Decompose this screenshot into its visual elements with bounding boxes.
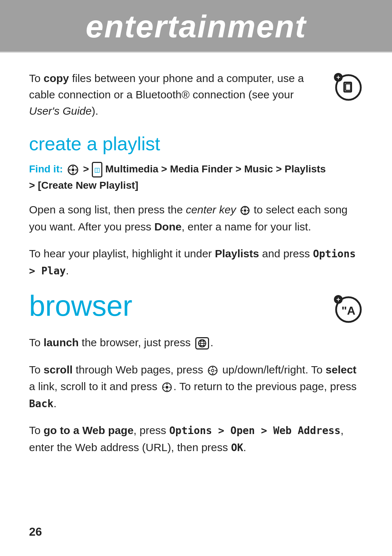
browser-launch-text: To launch the browser, just press . — [29, 334, 363, 351]
playlists-label: Playlists — [215, 248, 259, 259]
svg-text:+: + — [336, 296, 340, 303]
svg-text:"A: "A — [342, 304, 355, 317]
back-label: Back — [29, 398, 53, 410]
multimedia-icon: ◫ — [92, 162, 102, 177]
browser-section: browser "A + To launch the browser, just… — [29, 289, 363, 456]
browser-title: browser — [29, 289, 132, 323]
nav-path: Multimedia > Media Finder > Music > Play… — [105, 163, 326, 175]
scroll-nav-icon — [207, 365, 218, 376]
done-label: Done — [154, 221, 181, 233]
copy-italic: User's Guide — [29, 105, 91, 117]
page-title: entertainment — [86, 8, 306, 44]
goto-bold: go to a Web page — [44, 424, 134, 436]
copy-text: To copy files between your phone and a c… — [29, 70, 327, 119]
create-playlist-body1: Open a song list, then press the center … — [29, 201, 363, 235]
svg-point-33 — [166, 386, 168, 389]
scroll-bold: scroll — [44, 364, 73, 376]
options-open-label: Options > Open > Web Address — [169, 425, 340, 437]
create-playlist-title: create a playlist — [29, 133, 363, 155]
center-key-inline-icon — [240, 205, 250, 216]
browser-goto-text: To go to a Web page, press Options > Ope… — [29, 422, 363, 456]
find-it-label: Find it: — [29, 163, 66, 175]
find-it-line: Find it: > ◫ Multimedia > Media — [29, 161, 363, 177]
select-bold: select — [326, 364, 356, 376]
create-new-line: > [Create New Playlist] — [29, 180, 363, 191]
browser-icon-svg: "A + — [331, 292, 363, 324]
main-content: To copy files between your phone and a c… — [0, 53, 392, 488]
center-key-italic: center key — [186, 204, 236, 216]
page-number: 26 — [29, 525, 42, 539]
page-header: entertainment — [0, 0, 392, 52]
copy-feature-icon: + — [331, 70, 363, 102]
browser-scroll-text: To scroll through Web pages, press up/do… — [29, 361, 363, 412]
find-it-block: Find it: > ◫ Multimedia > Media — [29, 161, 363, 191]
svg-point-12 — [244, 209, 246, 212]
copy-section: To copy files between your phone and a c… — [29, 70, 363, 119]
browser-feature-icon: "A + — [331, 292, 363, 324]
browser-header: browser "A + — [29, 289, 363, 324]
copy-bold: copy — [44, 72, 69, 84]
launch-bold: launch — [44, 336, 79, 348]
nav-key-icon — [67, 164, 79, 176]
select-nav-icon — [162, 382, 172, 393]
create-playlist-section: create a playlist Find it: > — [29, 133, 363, 279]
svg-text:+: + — [336, 74, 340, 81]
ok-label: OK — [231, 442, 243, 454]
globe-icon — [195, 337, 209, 349]
nav-arrow-1: > — [83, 163, 92, 175]
svg-point-6 — [72, 168, 74, 171]
copy-icon-svg: + — [331, 70, 363, 102]
options-play-label: Options > Play — [29, 248, 356, 277]
create-playlist-body2: To hear your playlist, highlight it unde… — [29, 245, 363, 279]
globe-svg — [197, 339, 207, 348]
